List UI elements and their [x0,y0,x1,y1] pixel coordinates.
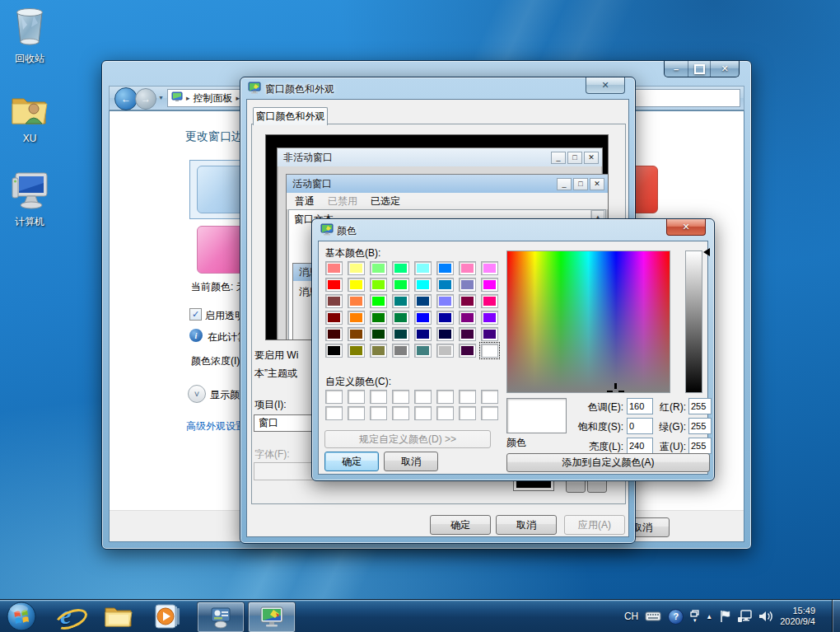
color-swatch[interactable] [414,406,432,420]
color-dialog-close-button[interactable]: ✕ [666,219,706,236]
color-swatch[interactable] [414,344,432,358]
color-swatch[interactable] [392,278,409,292]
show-desktop-button[interactable] [832,600,840,632]
color-swatch[interactable] [459,344,476,358]
color-swatch[interactable] [370,344,387,358]
volume-icon[interactable] [758,610,773,623]
color-swatch[interactable] [392,311,409,325]
close-button[interactable]: ✕ [710,61,739,77]
color-swatch[interactable] [392,294,409,308]
color-swatch[interactable] [348,311,365,325]
hue-input[interactable] [627,398,653,414]
green-input[interactable] [688,418,712,434]
color-swatch[interactable] [392,406,409,420]
saturation-input[interactable] [627,418,653,434]
appearance-dialog-titlebar[interactable]: 窗口颜色和外观 ✕ [240,77,635,99]
taskbar-personalization-button[interactable] [248,602,296,632]
ok-button[interactable]: 确定 [324,452,379,471]
luminance-arrow[interactable] [703,248,710,256]
taskbar-explorer-button[interactable] [100,602,137,631]
color-swatch[interactable] [348,294,365,308]
color-swatch[interactable] [414,278,432,292]
appearance-dialog-close-button[interactable]: ✕ [586,77,625,94]
color-swatch[interactable] [436,278,454,292]
color-swatch[interactable] [436,294,454,308]
color-swatch[interactable] [414,261,432,275]
color-swatch[interactable] [481,311,498,325]
color-swatch[interactable] [436,311,454,325]
minimize-button[interactable]: – [665,61,688,77]
color-dialog-titlebar[interactable]: 颜色 ✕ [312,219,714,241]
forward-button-disabled[interactable]: → [135,88,156,110]
color-swatch[interactable] [459,278,476,292]
tab-window-color-appearance[interactable]: 窗口颜色和外观 [253,107,328,125]
color-swatch[interactable] [481,327,498,341]
color-swatch[interactable] [325,311,343,325]
language-indicator[interactable]: CH [624,611,638,622]
color-swatch[interactable] [392,261,409,275]
taskbar-control-panel-button[interactable] [197,602,245,632]
ime-toolbar-icon[interactable]: ▾ [690,610,699,623]
back-button[interactable]: ← [114,87,138,110]
color-swatch[interactable] [370,261,387,275]
start-button[interactable] [5,602,38,631]
maximize-button[interactable] [688,61,710,77]
color-swatch[interactable] [414,311,432,325]
color-swatch[interactable] [348,406,365,420]
color-swatch[interactable] [348,390,365,404]
color-swatch[interactable] [481,261,498,275]
color-swatch[interactable] [392,390,409,404]
luminance-slider[interactable] [685,250,702,393]
color-swatch[interactable] [481,406,498,420]
color-swatch[interactable] [481,278,498,292]
desktop-icon-recycle-bin[interactable]: 回收站 [0,5,59,66]
color-swatch[interactable] [348,278,365,292]
network-icon[interactable] [737,610,752,623]
cancel-button[interactable]: 取消 [384,452,438,471]
color-swatch[interactable] [436,406,454,420]
show-mixer-expander[interactable]: ˅ [188,385,206,403]
color-swatch[interactable] [370,294,387,308]
color-swatch[interactable] [325,294,343,308]
hue-saturation-field[interactable] [506,250,670,393]
color-swatch[interactable] [459,406,476,420]
tray-clock[interactable]: 15:49 2020/9/4 [780,606,815,627]
color-swatch[interactable] [481,294,498,308]
blue-input[interactable] [688,438,712,454]
show-hidden-icons-button[interactable]: ▲ [706,613,712,620]
color-swatch[interactable] [459,390,476,404]
color-swatch[interactable] [414,294,432,308]
transparency-checkbox[interactable]: ✓ [189,308,202,321]
color-swatch[interactable] [459,311,476,325]
ok-button[interactable]: 确定 [430,515,491,535]
color-swatch[interactable] [325,327,343,341]
color-swatch[interactable] [392,344,409,358]
color-swatch[interactable] [348,327,365,341]
define-custom-colors-button-disabled[interactable]: 规定自定义颜色(D) >> [324,430,491,448]
color-swatch[interactable] [481,390,498,404]
desktop-icon-xu-folder[interactable]: XU [0,92,59,144]
keyboard-icon[interactable] [645,611,661,622]
color-swatch[interactable] [459,261,476,275]
luminance-input[interactable] [627,438,653,454]
color-swatch[interactable] [392,327,409,341]
apply-button-disabled[interactable]: 应用(A) [564,515,625,535]
color-swatch[interactable] [325,390,343,404]
color-swatch[interactable] [436,390,454,404]
color-swatch[interactable] [414,390,432,404]
cancel-button[interactable]: 取消 [496,515,557,535]
color-swatch[interactable] [370,390,387,404]
search-input[interactable] [628,89,740,107]
color-swatch-pink[interactable] [197,226,245,274]
color-swatch[interactable] [436,344,454,358]
color-swatch[interactable] [370,406,387,420]
color-swatch[interactable] [325,406,343,420]
color-swatch[interactable] [370,278,387,292]
color-swatch[interactable] [370,311,387,325]
color-swatch[interactable] [436,261,454,275]
color-swatch[interactable] [348,344,365,358]
breadcrumb-item[interactable]: 控制面板 [194,91,233,105]
action-center-flag-icon[interactable] [719,610,730,623]
color-swatch[interactable] [436,327,454,341]
color-swatch[interactable] [459,294,476,308]
